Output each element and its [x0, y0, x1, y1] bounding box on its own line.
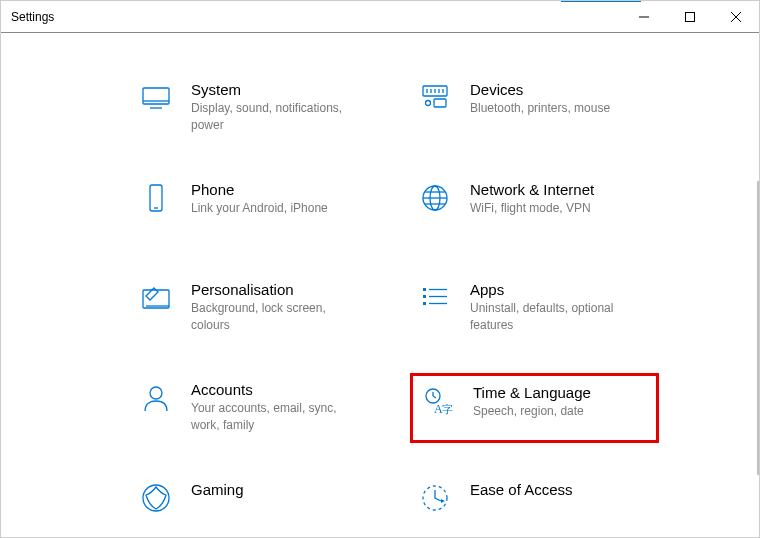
category-desc: Your accounts, email, sync, work, family — [191, 400, 361, 434]
svg-rect-24 — [423, 288, 426, 291]
category-title: Gaming — [191, 481, 244, 498]
category-network[interactable]: Network & Internet WiFi, flight mode, VP… — [410, 173, 659, 243]
svg-rect-26 — [423, 295, 426, 298]
category-title: Time & Language — [473, 384, 591, 401]
personalisation-icon — [139, 281, 173, 315]
svg-rect-28 — [423, 302, 426, 305]
svg-rect-1 — [686, 13, 695, 22]
category-desc: Speech, region, date — [473, 403, 591, 420]
svg-text:字: 字 — [442, 403, 453, 415]
category-title: Personalisation — [191, 281, 361, 298]
category-time-language[interactable]: A字 Time & Language Speech, region, date — [410, 373, 659, 443]
category-personalisation[interactable]: Personalisation Background, lock screen,… — [131, 273, 380, 343]
svg-rect-9 — [434, 99, 446, 107]
system-icon — [139, 81, 173, 115]
category-desc: Display, sound, notifications, power — [191, 100, 361, 134]
svg-point-8 — [426, 101, 431, 106]
titlebar: Settings — [1, 1, 759, 33]
category-desc: Uninstall, defaults, optional features — [470, 300, 640, 334]
category-title: Network & Internet — [470, 181, 594, 198]
window-controls — [621, 1, 759, 33]
category-desc: Link your Android, iPhone — [191, 200, 328, 217]
category-ease-of-access[interactable]: Ease of Access — [410, 473, 659, 538]
category-desc: Bluetooth, printers, mouse — [470, 100, 610, 117]
ease-of-access-icon — [418, 481, 452, 515]
category-title: Ease of Access — [470, 481, 573, 498]
accounts-icon — [139, 381, 173, 415]
category-apps[interactable]: Apps Uninstall, defaults, optional featu… — [410, 273, 659, 343]
apps-icon — [418, 281, 452, 315]
minimize-button[interactable] — [621, 1, 667, 33]
category-devices[interactable]: Devices Bluetooth, printers, mouse — [410, 73, 659, 143]
settings-content: System Display, sound, notifications, po… — [1, 33, 759, 537]
category-title: Apps — [470, 281, 640, 298]
close-button[interactable] — [713, 1, 759, 33]
svg-line-33 — [433, 396, 436, 398]
window-title: Settings — [1, 10, 54, 24]
time-language-icon: A字 — [421, 384, 455, 418]
maximize-button[interactable] — [667, 1, 713, 33]
category-desc: Background, lock screen, colours — [191, 300, 361, 334]
category-gaming[interactable]: Gaming — [131, 473, 380, 538]
scrollbar[interactable] — [757, 181, 759, 475]
category-title: Accounts — [191, 381, 361, 398]
devices-icon — [418, 81, 452, 115]
svg-marker-38 — [441, 499, 445, 503]
category-title: System — [191, 81, 361, 98]
category-title: Phone — [191, 181, 328, 198]
svg-rect-15 — [150, 185, 162, 211]
category-accounts[interactable]: Accounts Your accounts, email, sync, wor… — [131, 373, 380, 443]
category-title: Devices — [470, 81, 610, 98]
phone-icon — [139, 181, 173, 215]
svg-rect-22 — [143, 290, 169, 308]
category-desc: WiFi, flight mode, VPN — [470, 200, 594, 217]
network-icon — [418, 181, 452, 215]
category-system[interactable]: System Display, sound, notifications, po… — [131, 73, 380, 143]
gaming-icon — [139, 481, 173, 515]
category-grid: System Display, sound, notifications, po… — [1, 73, 759, 538]
svg-point-30 — [150, 387, 162, 399]
category-phone[interactable]: Phone Link your Android, iPhone — [131, 173, 380, 243]
